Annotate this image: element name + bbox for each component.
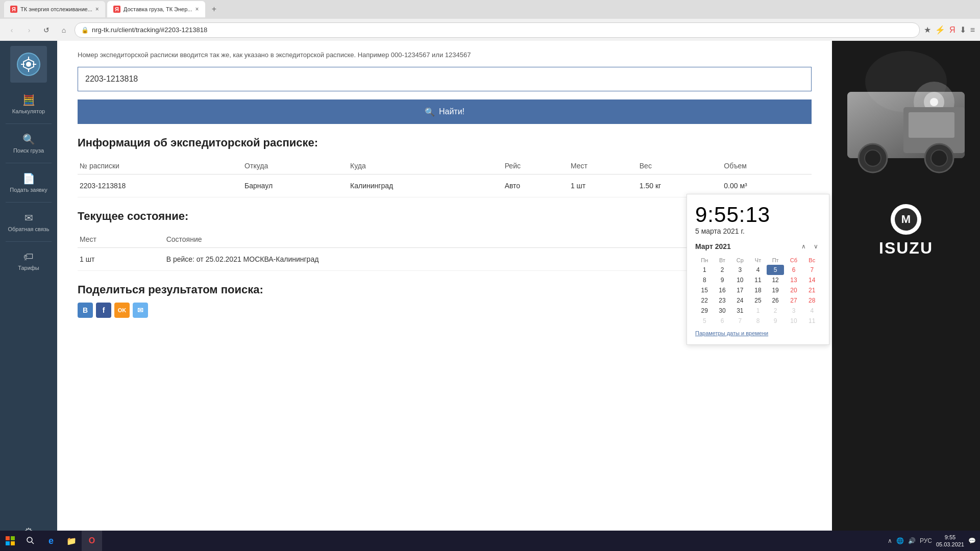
sidebar-divider-2 [6, 163, 52, 163]
start-button[interactable] [0, 531, 20, 551]
tab2-close[interactable]: × [195, 6, 199, 13]
social-mail-button[interactable]: ✉ [133, 303, 148, 318]
calendar-day-other[interactable]: 10 [784, 316, 803, 326]
calendar-day[interactable]: 10 [731, 275, 750, 285]
calendar-day[interactable]: 8 [695, 275, 714, 285]
calendar-day-other[interactable]: 5 [695, 316, 714, 326]
calendar-day-other[interactable]: 6 [714, 316, 731, 326]
extensions-icon[interactable]: ⚡ [935, 25, 945, 35]
tracking-input[interactable] [78, 67, 812, 91]
browser-tab-1[interactable]: Я ТК энергия отслеживание... × [4, 1, 105, 17]
calendar-day-other[interactable]: 1 [749, 306, 767, 316]
calendar-day[interactable]: 15 [695, 285, 714, 295]
sidebar-divider-1 [6, 123, 52, 124]
tab1-close[interactable]: × [95, 6, 99, 13]
taskbar-app-explorer[interactable]: 📁 [61, 531, 82, 551]
calendar-day[interactable]: 27 [784, 295, 803, 306]
calendar-day-today[interactable]: 5 [767, 265, 785, 275]
calendar-day[interactable]: 31 [731, 306, 750, 316]
calendar-day-other[interactable]: 8 [749, 316, 767, 326]
isuzu-emblem-inner: M [895, 208, 917, 231]
sidebar-item-feedback[interactable]: ✉ Обратная связь [0, 207, 57, 237]
home-button[interactable]: ⌂ [57, 23, 70, 37]
calendar-day[interactable]: 1 [695, 265, 714, 275]
sidebar-item-calc-label: Калькулятор [12, 108, 45, 114]
star-icon[interactable]: ★ [924, 25, 931, 35]
new-tab-button[interactable]: + [207, 2, 222, 16]
search-button[interactable]: 🔍 Найти! [78, 99, 812, 124]
day-header-sat: Сб [784, 256, 803, 265]
calendar-day-other[interactable]: 3 [784, 306, 803, 316]
day-header-mon: Пн [695, 256, 714, 265]
browser-chrome: Я ТК энергия отслеживание... × Я Доставк… [0, 0, 980, 41]
content-area: Номер экспедиторской расписки вводится т… [57, 41, 980, 551]
yandex-icon[interactable]: Я [949, 26, 955, 35]
social-ok-button[interactable]: OK [114, 303, 130, 318]
calendar-day[interactable]: 12 [767, 275, 785, 285]
calendar-day[interactable]: 28 [803, 295, 821, 306]
tray-network-icon[interactable]: 🌐 [896, 537, 904, 544]
calendar-day[interactable]: 26 [767, 295, 785, 306]
address-bar[interactable]: 🔒 nrg-tk.ru/client/tracking/#2203-121381… [75, 22, 920, 38]
tray-sound-icon[interactable]: 🔊 [908, 537, 916, 544]
calendar-day[interactable]: 4 [749, 265, 767, 275]
social-vk-button[interactable]: В [78, 303, 93, 318]
calendar-day[interactable]: 21 [803, 285, 821, 295]
calendar-day[interactable]: 23 [714, 295, 731, 306]
forward-button[interactable]: › [22, 23, 36, 37]
calendar-day[interactable]: 18 [749, 285, 767, 295]
calendar-day[interactable]: 14 [803, 275, 821, 285]
calendar-day[interactable]: 6 [784, 265, 803, 275]
calendar-day-other[interactable]: 11 [803, 316, 821, 326]
sidebar-item-order-label: Подать заявку [10, 187, 47, 193]
calendar-settings-link[interactable]: Параметры даты и времени [695, 330, 821, 336]
calendar-day-other[interactable]: 9 [767, 316, 785, 326]
calendar-day[interactable]: 22 [695, 295, 714, 306]
calendar-day[interactable]: 17 [731, 285, 750, 295]
calendar-day[interactable]: 24 [731, 295, 750, 306]
calendar-day-other[interactable]: 2 [767, 306, 785, 316]
browser-tab-2[interactable]: Я Доставка груза, ТК Энер... × [107, 1, 205, 17]
calendar-grid: Пн Вт Ср Чт Пт Сб Вс 1 2 3 4 5 6 7 8 9 [695, 256, 821, 326]
tray-expand-icon[interactable]: ∧ [888, 537, 892, 544]
sidebar-item-calc[interactable]: 🧮 Калькулятор [0, 89, 57, 119]
taskbar-app-ie[interactable]: e [41, 531, 61, 551]
search-button-label: Найти! [439, 107, 464, 116]
taskbar-search-button[interactable] [20, 531, 41, 551]
calendar-day[interactable]: 7 [803, 265, 821, 275]
calendar-day[interactable]: 25 [749, 295, 767, 306]
left-sidebar: 🧮 Калькулятор 🔍 Поиск груза 📄 Подать зая… [0, 41, 57, 551]
sidebar-item-search[interactable]: 🔍 Поиск груза [0, 128, 57, 159]
menu-icon[interactable]: ≡ [970, 26, 975, 35]
svg-line-24 [32, 542, 34, 544]
calendar-day-other[interactable]: 4 [803, 306, 821, 316]
social-fb-button[interactable]: f [96, 303, 111, 318]
calendar-day[interactable]: 9 [714, 275, 731, 285]
clock-time: 9:55:13 [695, 203, 821, 227]
calendar-day[interactable]: 3 [731, 265, 750, 275]
day-header-wed: Ср [731, 256, 750, 265]
main-layout: 🧮 Калькулятор 🔍 Поиск груза 📄 Подать зая… [0, 41, 980, 551]
calendar-day[interactable]: 2 [714, 265, 731, 275]
calendar-day[interactable]: 30 [714, 306, 731, 316]
calendar-day[interactable]: 13 [784, 275, 803, 285]
tray-lang-icon[interactable]: РУС [920, 537, 932, 544]
sidebar-item-order[interactable]: 📄 Подать заявку [0, 167, 57, 198]
calendar-day-other[interactable]: 7 [731, 316, 750, 326]
svg-rect-21 [6, 541, 10, 545]
download-icon[interactable]: ⬇ [960, 25, 966, 35]
calendar-day[interactable]: 16 [714, 285, 731, 295]
calendar-day[interactable]: 19 [767, 285, 785, 295]
svg-point-12 [930, 98, 938, 106]
taskbar-time[interactable]: 9:55 05.03.2021 [936, 534, 964, 548]
calendar-day[interactable]: 11 [749, 275, 767, 285]
calendar-next-button[interactable]: ∨ [811, 241, 821, 252]
tray-notification-icon[interactable]: 💬 [968, 537, 976, 544]
calendar-day[interactable]: 20 [784, 285, 803, 295]
calendar-prev-button[interactable]: ∧ [798, 241, 808, 252]
taskbar-app-opera[interactable]: O [82, 531, 102, 551]
calendar-day[interactable]: 29 [695, 306, 714, 316]
refresh-button[interactable]: ↺ [40, 23, 53, 37]
sidebar-item-tariffs[interactable]: 🏷 Тарифы [0, 246, 57, 276]
back-button[interactable]: ‹ [5, 23, 18, 37]
